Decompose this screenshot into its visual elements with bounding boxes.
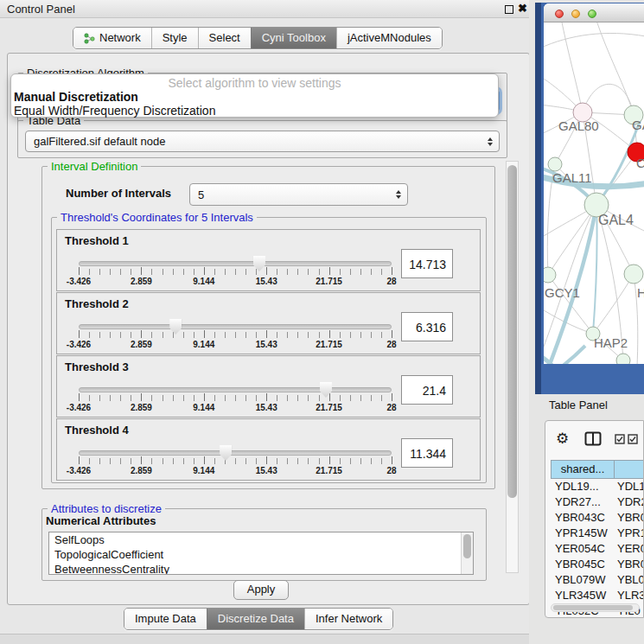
slider-track[interactable] [79, 261, 392, 266]
node-gal11[interactable] [548, 157, 562, 171]
algorithm-placeholder-option[interactable]: Select algorithm to view settings [11, 74, 498, 90]
list-item[interactable]: TopologicalCoefficient [49, 547, 473, 562]
split-columns-icon[interactable] [584, 431, 602, 446]
table-row[interactable]: YDL19...YDL1 [551, 479, 644, 494]
threshold-2-label: Threshold 2 [65, 297, 129, 310]
node-bottom[interactable] [616, 354, 630, 364]
node-table: shared... n... YDL19...YDL1 YDR27...YDR2… [551, 460, 644, 618]
interval-definition-title: Interval Definition [48, 160, 141, 173]
scrollbar-thumb[interactable] [507, 165, 517, 498]
tab-discretize-data[interactable]: Discretize Data [207, 609, 304, 629]
scrollbar-thumb[interactable] [553, 605, 633, 610]
threshold-2-value-field[interactable]: 6.316 [401, 312, 453, 341]
slider-ticks [79, 458, 392, 464]
mac-minimize-icon[interactable] [571, 10, 580, 18]
slider-ticks [79, 269, 392, 275]
tab-jactivemnodules[interactable]: jActiveMNodules [336, 28, 442, 48]
table-row[interactable]: YPR145WYPR1 [551, 526, 644, 541]
table-horizontal-scrollbar[interactable] [551, 603, 640, 612]
float-window-icon[interactable] [505, 5, 513, 14]
threshold-4-value-field[interactable]: 11.344 [401, 438, 453, 468]
tab-cyni-toolbox[interactable]: Cyni Toolbox [251, 28, 336, 48]
threshold-4-label: Threshold 4 [65, 424, 129, 437]
network-icon [84, 33, 95, 44]
threshold-coordinates-title: Threshold's Coordinates for 5 Intervals [57, 211, 257, 224]
threshold-1-slider[interactable]: -3.426 2.859 9.144 15.43 21.715 28 [79, 254, 392, 289]
network-window: GAL80 GA C GAL11 GAL4 GCY1 H HAP2 [544, 3, 644, 364]
tick-label: 9.144 [193, 277, 214, 286]
node-gcy1[interactable] [544, 267, 556, 283]
numerical-attributes-list[interactable]: SelfLoops TopologicalCoefficient Between… [48, 532, 474, 575]
panel-vertical-scrollbar[interactable] [506, 161, 519, 573]
tick-label: 28 [386, 466, 396, 475]
checkbox-checked-icon[interactable] [615, 434, 625, 444]
option-equal-width-frequency[interactable]: Equal Width/Frequency Discretization [11, 104, 498, 118]
column-header-shared[interactable]: shared... [552, 461, 615, 478]
attributes-group: Attributes to discretize Numerical Attri… [41, 508, 487, 581]
numerical-attributes-heading: Numerical Attributes [46, 514, 156, 527]
column-header-name[interactable]: n... [615, 461, 644, 478]
apply-button[interactable]: Apply [233, 580, 289, 600]
table-row[interactable]: YBR043CYBR0 [551, 510, 644, 526]
tick-label: 15.43 [256, 277, 277, 286]
tick-label: 15.43 [256, 466, 277, 475]
number-of-intervals-label: Number of Intervals [66, 187, 171, 200]
node-h[interactable] [624, 265, 643, 284]
slider-track[interactable] [79, 450, 392, 456]
label-hap2: HAP2 [594, 335, 628, 350]
table-row[interactable]: YDR27...YDR2 [551, 494, 644, 510]
tick-label: 21.715 [316, 403, 342, 412]
threshold-3-slider[interactable]: -3.426 2.859 9.144 15.43 21.715 28 [79, 380, 392, 415]
gear-icon[interactable]: ⚙ [556, 430, 569, 448]
tick-label: -3.426 [67, 277, 91, 286]
attributes-title: Attributes to discretize [48, 502, 165, 515]
close-icon[interactable]: ✖ [518, 2, 527, 15]
label-h-cut: H [637, 285, 644, 300]
threshold-3-label: Threshold 3 [65, 360, 129, 373]
tick-label: 15.43 [256, 403, 277, 412]
table-data-value: galFiltered.sif default node [34, 135, 165, 148]
tick-label: 21.715 [316, 277, 342, 286]
list-item[interactable]: BetweennessCentrality [49, 562, 473, 575]
threshold-3-value-field[interactable]: 21.4 [401, 375, 453, 405]
control-panel: Control Panel ✖ Network Style Select Cyn… [0, 0, 536, 644]
threshold-1-value-field[interactable]: 14.713 [401, 249, 453, 278]
number-of-intervals-combobox[interactable]: 5 [189, 183, 408, 206]
slider-track[interactable] [79, 387, 392, 392]
tick-label: 28 [386, 340, 396, 349]
tab-infer-network[interactable]: Infer Network [304, 609, 392, 629]
bottom-tab-bar: Impute Data Discretize Data Infer Networ… [124, 608, 393, 630]
tick-label: 21.715 [316, 340, 342, 349]
threshold-3-panel: Threshold 3 -3.426 2.859 9.144 15.43 21.… [56, 355, 481, 418]
label-gal80: GAL80 [558, 118, 599, 133]
app-root: Control Panel ✖ Network Style Select Cyn… [0, 0, 644, 644]
tick-label: 2.859 [131, 277, 152, 286]
table-row[interactable]: YLR345WYLR3 [551, 588, 644, 603]
top-tab-bar: Network Style Select Cyni Toolbox jActiv… [73, 27, 443, 49]
threshold-4-panel: Threshold 4 -3.426 2.859 9.144 15.43 21.… [56, 418, 481, 481]
table-row[interactable]: YBR045CYBR0 [551, 557, 644, 572]
tab-impute-data[interactable]: Impute Data [124, 609, 207, 629]
attributes-scrollbar[interactable] [461, 532, 473, 574]
threshold-1-label: Threshold 1 [65, 234, 129, 247]
checkbox-checked-icon[interactable] [628, 434, 638, 444]
table-data-combobox[interactable]: galFiltered.sif default node [25, 131, 500, 152]
list-item[interactable]: SelfLoops [49, 532, 473, 547]
slider-track[interactable] [79, 324, 392, 329]
network-window-titlebar[interactable] [544, 3, 644, 22]
tab-style[interactable]: Style [151, 28, 198, 48]
tick-label: 28 [386, 403, 396, 412]
mac-zoom-icon[interactable] [588, 10, 596, 18]
combo-arrows-icon [488, 137, 493, 146]
tab-select[interactable]: Select [198, 28, 251, 48]
table-row[interactable]: YER054CYER0 [551, 541, 644, 557]
network-canvas[interactable]: GAL80 GA C GAL11 GAL4 GCY1 H HAP2 [544, 22, 644, 364]
option-manual-discretization[interactable]: Manual Discretization [11, 90, 498, 104]
mac-close-icon[interactable] [555, 10, 564, 18]
threshold-2-slider[interactable]: -3.426 2.859 9.144 15.43 21.715 28 [79, 317, 392, 352]
slider-ticks [79, 395, 392, 401]
tab-network[interactable]: Network [73, 28, 151, 48]
threshold-4-slider[interactable]: -3.426 2.859 9.144 15.43 21.715 28 [79, 443, 392, 478]
panel-title: Control Panel [7, 3, 75, 16]
table-row[interactable]: YBL079WYBL0 [551, 572, 644, 588]
